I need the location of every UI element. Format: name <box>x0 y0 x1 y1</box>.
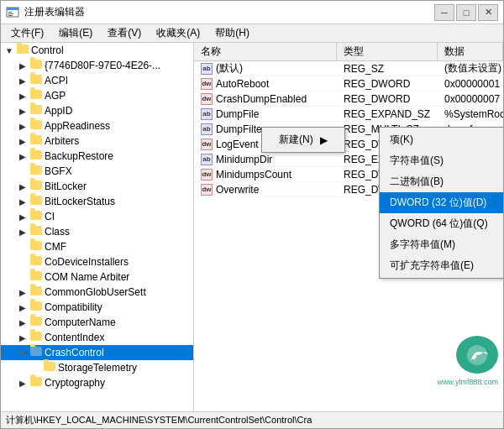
tree-label: BackupRestore <box>45 150 113 162</box>
expand-icon[interactable]: ▶ <box>16 137 29 146</box>
maximize-button[interactable]: □ <box>456 4 476 21</box>
tree-item-crashcontrol[interactable]: ▼ CrashControl <box>1 345 193 360</box>
folder-icon <box>29 347 43 358</box>
tree-item-cmf[interactable]: CMF <box>1 239 193 254</box>
folder-icon <box>29 105 43 117</box>
tree-item-contentindex[interactable]: ▶ ContentIndex <box>1 330 193 345</box>
dword-icon: dw <box>201 93 213 105</box>
folder-icon <box>29 135 43 147</box>
tree-item-compatibility[interactable]: ▶ Compatibility <box>1 300 193 315</box>
expand-icon[interactable]: ▶ <box>16 318 29 327</box>
submenu-item-6[interactable]: 可扩充字符串值(E) <box>380 255 503 276</box>
context-menu-new[interactable]: 新建(N) ▶ <box>261 127 345 153</box>
tree-item-bgfx[interactable]: BGFX <box>1 164 193 179</box>
submenu-item-2[interactable]: 二进制值(B) <box>380 171 503 192</box>
table-row[interactable]: ab (默认) REG_SZ (数值未设置) <box>194 61 503 76</box>
close-button[interactable]: ✕ <box>478 4 498 21</box>
expand-icon[interactable]: ▶ <box>16 303 29 312</box>
cell-type: REG_SZ <box>337 61 438 76</box>
expand-icon[interactable]: ▼ <box>16 348 29 358</box>
expand-icon[interactable]: ▶ <box>16 122 29 131</box>
tree-label: ComputerName <box>45 317 116 328</box>
cell-name: ab (默认) <box>194 61 337 76</box>
expand-icon[interactable]: ▼ <box>3 46 16 55</box>
tree-item-control[interactable]: ▼ Control <box>1 43 193 58</box>
expand-icon[interactable]: ▶ <box>16 197 29 207</box>
window-controls: ─ □ ✕ <box>434 4 498 21</box>
expand-icon[interactable]: ▶ <box>16 288 29 297</box>
tree-label: StorageTelemetry <box>58 362 137 374</box>
main-content: ▼ Control ▶ {7746D80F-97E0-4E26-... ▶ AC… <box>1 43 503 411</box>
tree-label: BitLocker <box>45 180 87 192</box>
folder-icon <box>29 286 43 298</box>
folder-icon <box>29 211 43 222</box>
expand-icon[interactable]: ▶ <box>16 182 29 191</box>
tree-item-cryptography[interactable]: ▶ Cryptography <box>1 375 193 390</box>
registry-editor-window: 注册表编辑器 ─ □ ✕ 文件(F) 编辑(E) 查看(V) 收藏夹(A) 帮助… <box>0 0 504 429</box>
dword-icon: dw <box>201 139 213 150</box>
cell-type: REG_EXPAND_SZ <box>337 107 438 121</box>
tree-label: AppReadiness <box>45 120 110 132</box>
registry-tree[interactable]: ▼ Control ▶ {7746D80F-97E0-4E26-... ▶ AC… <box>1 43 194 411</box>
expand-icon[interactable]: ▶ <box>16 379 29 388</box>
submenu-item-4[interactable]: QWORD (64 位)值(Q) <box>380 213 503 234</box>
cell-type: REG_DWORD <box>337 92 438 106</box>
tree-item-agp[interactable]: ▶ AGP <box>1 88 193 103</box>
table-row[interactable]: ab DumpFile REG_EXPAND_SZ %SystemRoot%\M… <box>194 107 503 122</box>
window-title: 注册表编辑器 <box>24 5 85 19</box>
folder-icon <box>29 75 43 86</box>
menu-view[interactable]: 查看(V) <box>101 24 148 42</box>
table-row[interactable]: dw AutoReboot REG_DWORD 0x00000001 (1) <box>194 76 503 92</box>
svg-rect-4 <box>8 15 13 16</box>
submenu-item-1[interactable]: 字符串值(S) <box>380 150 503 171</box>
tree-item-appreadiness[interactable]: ▶ AppReadiness <box>1 118 193 133</box>
tree-label: AppID <box>45 105 72 117</box>
tree-item-comnamearb[interactable]: COM Name Arbiter <box>1 269 193 285</box>
cell-name: dw AutoReboot <box>194 76 337 91</box>
menu-help[interactable]: 帮助(H) <box>208 24 256 42</box>
expand-icon[interactable]: ▶ <box>16 212 29 222</box>
new-menu-entry[interactable]: 新建(N) ▶ <box>262 129 344 150</box>
tree-item-computername[interactable]: ▶ ComputerName <box>1 315 193 330</box>
ab-icon: ab <box>201 123 213 135</box>
submenu-arrow: ▶ <box>320 134 328 146</box>
tree-label: CrashControl <box>45 347 104 358</box>
tree-item-class[interactable]: ▶ Class <box>1 224 193 239</box>
tree-item-appid[interactable]: ▶ AppID <box>1 103 193 118</box>
menu-edit[interactable]: 编辑(E) <box>52 24 99 42</box>
expand-icon[interactable]: ▶ <box>16 152 29 161</box>
tree-item-ci[interactable]: ▶ CI <box>1 209 193 224</box>
table-row[interactable]: dw CrashDumpEnabled REG_DWORD 0x00000007… <box>194 92 503 107</box>
tree-item-storagetelemetry[interactable]: StorageTelemetry <box>1 360 193 375</box>
svg-rect-2 <box>8 12 12 13</box>
minimize-button[interactable]: ─ <box>434 4 454 21</box>
tree-item-bitlocker[interactable]: ▶ BitLocker <box>1 179 193 194</box>
menu-file[interactable]: 文件(F) <box>4 24 50 42</box>
dword-icon: dw <box>201 169 213 180</box>
expand-icon[interactable]: ▶ <box>16 76 29 86</box>
tree-item-bitlockerstatus[interactable]: ▶ BitLockerStatus <box>1 194 193 209</box>
tree-item-guid[interactable]: ▶ {7746D80F-97E0-4E26-... <box>1 58 193 73</box>
menu-favorites[interactable]: 收藏夹(A) <box>150 24 207 42</box>
tree-item-commonglobusersett[interactable]: ▶ CommonGlobUserSett <box>1 285 193 300</box>
folder-icon <box>29 332 43 343</box>
cell-name: dw MinidumpsCount <box>194 167 337 181</box>
folder-icon <box>29 60 43 71</box>
folder-icon <box>43 362 56 374</box>
expand-icon[interactable]: ▶ <box>16 92 29 101</box>
tree-item-backuprestore[interactable]: ▶ BackupRestore <box>1 149 193 164</box>
tree-item-codeviceinstallers[interactable]: CoDeviceInstallers <box>1 254 193 269</box>
submenu-item-3[interactable]: DWORD (32 位)值(D) <box>380 192 503 213</box>
context-submenu[interactable]: 项(K) 字符串值(S) 二进制值(B) DWORD (32 位)值(D) QW… <box>379 127 503 279</box>
tree-item-acpi[interactable]: ▶ ACPI <box>1 73 193 88</box>
expand-icon[interactable]: ▶ <box>16 107 29 116</box>
tree-label: Control <box>31 44 64 56</box>
tree-item-arbiters[interactable]: ▶ Arbiters <box>1 133 193 149</box>
expand-icon[interactable]: ▶ <box>16 61 29 71</box>
folder-icon <box>29 90 43 102</box>
folder-icon <box>29 165 43 177</box>
expand-icon[interactable]: ▶ <box>16 333 29 343</box>
submenu-item-5[interactable]: 多字符串值(M) <box>380 234 503 255</box>
expand-icon[interactable]: ▶ <box>16 228 29 237</box>
submenu-item-0[interactable]: 项(K) <box>380 129 503 150</box>
